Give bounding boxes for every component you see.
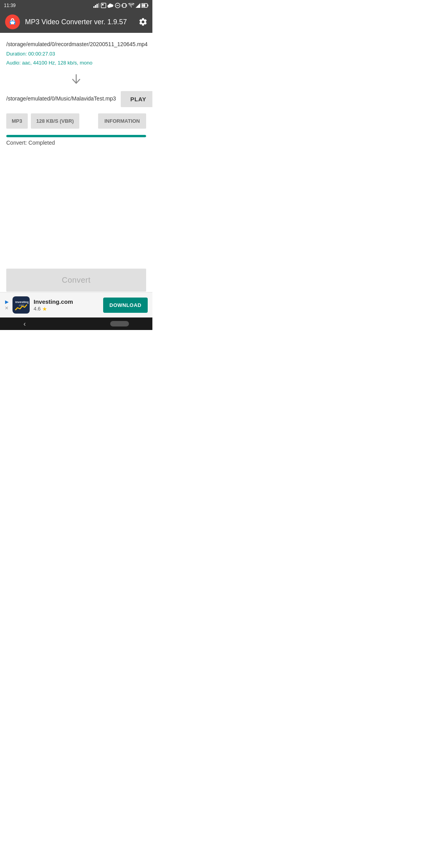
ad-app-logo: investing .com — [13, 296, 30, 314]
input-file-row: /storage/emulated/0/recordmaster/2020051… — [6, 41, 146, 67]
output-file-row: /storage/emulated/0/Music/MalavidaTest.m… — [6, 91, 146, 107]
output-file-path: /storage/emulated/0/Music/MalavidaTest.m… — [6, 95, 116, 103]
bitrate-button[interactable]: 128 KB/S (VBR) — [31, 113, 79, 129]
format-options-row: MP3 128 KB/S (VBR) INFORMATION — [6, 113, 146, 129]
ad-controls: ▶ ✕ — [5, 299, 9, 311]
nav-bar: ‹ — [0, 317, 152, 330]
ad-rating-value: 4.6 — [34, 306, 41, 312]
wifi-icon — [128, 3, 134, 8]
home-button[interactable] — [110, 321, 129, 326]
information-button[interactable]: INFORMATION — [98, 113, 146, 129]
progress-container: Convert: Completed — [6, 135, 146, 146]
progress-status: Convert: Completed — [6, 140, 146, 146]
ad-banner: ▶ ✕ investing .com Investing.com 4.6 ★ D… — [0, 292, 152, 317]
ad-app-name: Investing.com — [34, 298, 99, 305]
ad-play-icon[interactable]: ▶ — [5, 299, 9, 305]
svg-rect-1 — [95, 5, 96, 8]
progress-fill — [6, 135, 146, 137]
convert-button[interactable]: Convert — [6, 269, 146, 292]
input-file-info: /storage/emulated/0/recordmaster/2020051… — [6, 41, 148, 67]
svg-rect-0 — [93, 6, 95, 8]
ad-download-button[interactable]: DOWNLOAD — [103, 298, 148, 313]
play-button[interactable]: PLAY — [121, 91, 152, 107]
app-title: MP3 Video Converter ver. 1.9.57 — [25, 18, 134, 26]
convert-button-wrapper: Convert — [6, 269, 146, 292]
ad-star-icon: ★ — [42, 306, 47, 312]
main-content: /storage/emulated/0/recordmaster/2020051… — [0, 33, 152, 146]
settings-icon[interactable] — [138, 17, 148, 27]
back-button[interactable]: ‹ — [23, 320, 26, 328]
app-bar: MP3 Video Converter ver. 1.9.57 — [0, 11, 152, 33]
arrow-down-icon — [6, 70, 146, 91]
svg-rect-2 — [97, 4, 98, 8]
svg-text:investing: investing — [15, 300, 29, 304]
svg-rect-20 — [14, 23, 15, 25]
time-display: 11:39 — [4, 3, 16, 8]
vibrate-icon — [122, 3, 127, 8]
app-icon — [5, 14, 20, 30]
signal-icon — [93, 3, 100, 8]
svg-rect-13 — [148, 5, 148, 7]
cloud-icon — [107, 4, 114, 8]
duration-text: Duration: 00:00:27.03 — [6, 50, 148, 58]
input-file-path: /storage/emulated/0/recordmaster/2020051… — [6, 41, 148, 48]
battery-icon — [141, 3, 148, 8]
gallery-icon — [101, 3, 106, 8]
mp3-format-button[interactable]: MP3 — [6, 113, 28, 129]
ad-text-info: Investing.com 4.6 ★ — [34, 298, 99, 312]
cell-signal-icon — [136, 3, 140, 8]
svg-rect-5 — [102, 4, 104, 5]
svg-rect-19 — [10, 23, 11, 25]
ad-close-icon[interactable]: ✕ — [5, 305, 9, 311]
svg-text:.com: .com — [18, 304, 24, 307]
audio-info-text: Audio: aac, 44100 Hz, 128 kb/s, mono — [6, 59, 148, 67]
svg-marker-11 — [136, 3, 140, 8]
dnd-icon — [115, 3, 120, 8]
ad-rating: 4.6 ★ — [34, 306, 99, 312]
svg-rect-3 — [98, 3, 99, 8]
svg-rect-8 — [123, 4, 126, 7]
status-bar: 11:39 — [0, 0, 152, 11]
progress-bar — [6, 135, 146, 137]
